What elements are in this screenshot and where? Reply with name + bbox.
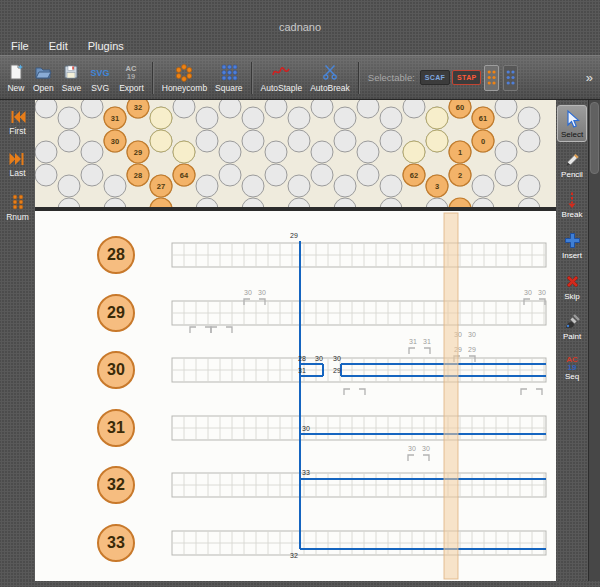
lattice-circle[interactable] bbox=[357, 100, 379, 118]
staple-end-mark[interactable] bbox=[259, 299, 265, 305]
insert-tool-button[interactable]: Insert bbox=[557, 227, 587, 263]
lattice-circle[interactable] bbox=[196, 175, 218, 197]
staple-end-mark[interactable] bbox=[408, 455, 414, 461]
lattice-circle[interactable] bbox=[58, 130, 80, 152]
lattice-circle[interactable] bbox=[357, 141, 379, 163]
helix-slice-circle[interactable] bbox=[426, 107, 448, 129]
lattice-circle[interactable] bbox=[58, 107, 80, 129]
lattice-circle[interactable] bbox=[219, 164, 241, 186]
lattice-circle[interactable] bbox=[518, 175, 540, 197]
scaf-selectable-button[interactable]: SCAF bbox=[420, 70, 450, 85]
open-button[interactable]: Open bbox=[30, 58, 57, 98]
staple-end-mark[interactable] bbox=[521, 389, 527, 395]
lattice-circle[interactable] bbox=[242, 130, 264, 152]
scrollbar-thumb[interactable] bbox=[590, 102, 599, 174]
menu-plugins[interactable]: Plugins bbox=[85, 39, 127, 53]
lattice-circle[interactable] bbox=[472, 175, 494, 197]
skip-tool-button[interactable]: Skip bbox=[557, 268, 587, 304]
lattice-circle[interactable] bbox=[81, 100, 103, 118]
svg-export-button[interactable]: SVG SVG bbox=[86, 58, 114, 98]
staple-end-mark[interactable] bbox=[205, 327, 211, 333]
lattice-circle[interactable] bbox=[288, 130, 310, 152]
sequence-slider-bar[interactable] bbox=[444, 213, 458, 579]
lattice-circle[interactable] bbox=[242, 175, 264, 197]
lattice-circle[interactable] bbox=[58, 175, 80, 197]
lattice-circle[interactable] bbox=[219, 100, 241, 118]
lattice-circle[interactable] bbox=[219, 141, 241, 163]
lattice-circle[interactable] bbox=[311, 100, 333, 118]
title-bar[interactable]: cadnano bbox=[0, 0, 600, 36]
menu-edit[interactable]: Edit bbox=[46, 39, 71, 53]
pencil-tool-button[interactable]: Pencil bbox=[557, 147, 587, 182]
lattice-circle[interactable] bbox=[242, 107, 264, 129]
paint-tool-button[interactable]: Paint bbox=[557, 309, 587, 344]
lattice-circle[interactable] bbox=[288, 107, 310, 129]
helix-slice-circle[interactable] bbox=[150, 107, 172, 129]
lattice-circle[interactable] bbox=[403, 100, 425, 118]
staple-end-mark[interactable] bbox=[226, 327, 232, 333]
lattice-circle[interactable] bbox=[81, 141, 103, 163]
lattice-circle[interactable] bbox=[426, 198, 448, 207]
square-button[interactable]: Square bbox=[212, 58, 245, 98]
autobreak-button[interactable]: AutoBreak bbox=[307, 58, 353, 98]
staple-end-mark[interactable] bbox=[244, 299, 250, 305]
honeycomb-button[interactable]: Honeycomb bbox=[159, 58, 210, 98]
helix-slice-circle[interactable] bbox=[173, 141, 195, 163]
staple-end-mark[interactable] bbox=[190, 327, 196, 333]
export-button[interactable]: AC19 Export bbox=[116, 58, 147, 98]
staple-end-mark[interactable] bbox=[211, 327, 217, 333]
lattice-circle[interactable] bbox=[58, 198, 80, 207]
staple-end-mark[interactable] bbox=[423, 455, 429, 461]
lattice-circle[interactable] bbox=[242, 198, 264, 207]
staple-filter-button[interactable] bbox=[503, 65, 518, 91]
lattice-circle[interactable] bbox=[357, 164, 379, 186]
lattice-circle[interactable] bbox=[518, 130, 540, 152]
staple-end-mark[interactable] bbox=[359, 389, 365, 395]
lattice-circle[interactable] bbox=[311, 164, 333, 186]
lattice-circle[interactable] bbox=[265, 141, 287, 163]
lattice-circle[interactable] bbox=[265, 100, 287, 118]
lattice-circle[interactable] bbox=[334, 130, 356, 152]
lattice-circle[interactable] bbox=[334, 175, 356, 197]
staple-end-mark[interactable] bbox=[536, 389, 542, 395]
lattice-circle[interactable] bbox=[380, 198, 402, 207]
slice-canvas[interactable]: 323130292827643360610162322 bbox=[35, 100, 556, 207]
lattice-circle[interactable] bbox=[35, 100, 57, 118]
helix-slice-circle[interactable] bbox=[426, 130, 448, 152]
first-button[interactable]: First bbox=[9, 110, 26, 136]
lattice-circle[interactable] bbox=[518, 198, 540, 207]
lattice-circle[interactable] bbox=[196, 107, 218, 129]
select-tool-button[interactable]: Select bbox=[557, 105, 587, 142]
lattice-circle[interactable] bbox=[104, 198, 126, 207]
toolbar-overflow-chevron[interactable]: » bbox=[583, 70, 596, 85]
lattice-circle[interactable] bbox=[495, 141, 517, 163]
lattice-circle[interactable] bbox=[173, 100, 195, 118]
new-button[interactable]: New bbox=[4, 58, 28, 98]
lattice-circle[interactable] bbox=[288, 198, 310, 207]
lattice-circle[interactable] bbox=[35, 164, 57, 186]
lattice-circle[interactable] bbox=[380, 130, 402, 152]
lattice-circle[interactable] bbox=[104, 175, 126, 197]
save-button[interactable]: Save bbox=[59, 58, 84, 98]
helix-slice-circle[interactable] bbox=[403, 141, 425, 163]
last-button[interactable]: Last bbox=[9, 152, 25, 178]
lattice-circle[interactable] bbox=[81, 164, 103, 186]
lattice-circle[interactable] bbox=[265, 164, 287, 186]
scaffold-filter-button[interactable] bbox=[484, 65, 499, 91]
lattice-circle[interactable] bbox=[518, 107, 540, 129]
lattice-circle[interactable] bbox=[334, 198, 356, 207]
lattice-circle[interactable] bbox=[196, 130, 218, 152]
staple-end-mark[interactable] bbox=[409, 348, 415, 354]
slice-view[interactable]: 323130292827643360610162322 bbox=[35, 100, 556, 207]
lattice-circle[interactable] bbox=[35, 141, 57, 163]
stap-selectable-button[interactable]: STAP bbox=[452, 70, 481, 85]
path-canvas[interactable]: 2928303031293033323030303031313030292930… bbox=[35, 211, 556, 581]
staple-end-mark[interactable] bbox=[424, 348, 430, 354]
menu-file[interactable]: File bbox=[8, 39, 32, 53]
lattice-circle[interactable] bbox=[288, 175, 310, 197]
staple-end-mark[interactable] bbox=[524, 299, 530, 305]
break-tool-button[interactable]: Break bbox=[557, 187, 587, 222]
lattice-circle[interactable] bbox=[495, 164, 517, 186]
lattice-circle[interactable] bbox=[380, 107, 402, 129]
lattice-circle[interactable] bbox=[196, 198, 218, 207]
